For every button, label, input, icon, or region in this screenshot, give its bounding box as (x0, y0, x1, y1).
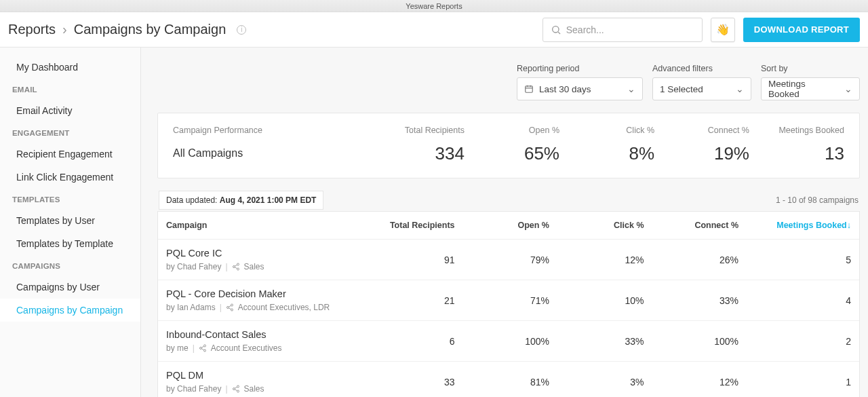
row-campaign-name: PQL - Core Decision Maker (166, 288, 364, 299)
svg-point-23 (237, 390, 239, 392)
sort-arrow-icon: ↓ (847, 221, 851, 230)
sidebar-item-campaigns-by-user[interactable]: Campaigns by User (0, 276, 140, 299)
svg-line-24 (235, 387, 237, 388)
row-team: Account Executives, LDR (238, 303, 330, 312)
row-connect: 12% (648, 377, 743, 387)
separator: | (193, 343, 195, 353)
table-header: Campaign Total Recipients Open % Click %… (158, 211, 859, 240)
table-row[interactable]: PQL - Core Decision Makerby Ian Adams|Ac… (158, 280, 859, 321)
filter-row: Reporting period Last 30 days ⌄ Advanced… (157, 64, 860, 100)
row-campaign-name: Inbound-Contact Sales (166, 329, 364, 340)
search-wrap (542, 18, 703, 42)
separator: | (220, 303, 222, 312)
share-icon (226, 303, 234, 311)
row-click: 12% (553, 254, 648, 265)
summary-label-total-recipients: Total Recipients (370, 126, 465, 135)
row-team: Sales (244, 262, 264, 271)
svg-line-1 (558, 32, 560, 34)
reporting-period-value: Last 30 days (539, 84, 591, 94)
svg-point-18 (203, 349, 205, 352)
svg-point-11 (231, 304, 233, 306)
sort-by-value: Meetings Booked (768, 79, 839, 99)
chevron-down-icon: ⌄ (844, 83, 852, 94)
col-click[interactable]: Click % (553, 221, 648, 230)
chevron-down-icon: ⌄ (736, 83, 744, 94)
row-meetings: 2 (743, 336, 851, 347)
table-row[interactable]: Inbound-Contact Salesby me|Account Execu… (158, 321, 859, 362)
row-open: 81% (459, 377, 554, 387)
row-campaign-name: PQL Core IC (166, 248, 364, 259)
row-total-recipients: 33 (364, 377, 459, 387)
search-input[interactable] (542, 18, 703, 42)
row-author: by me (166, 343, 189, 353)
col-open[interactable]: Open % (459, 221, 554, 230)
row-open: 71% (459, 295, 554, 306)
sidebar-item-templates-by-user[interactable]: Templates by User (0, 209, 140, 232)
summary-title: All Campaigns (173, 147, 370, 159)
sidebar-item-dashboard[interactable]: My Dashboard (0, 56, 140, 79)
summary-connect: 19% (654, 143, 749, 164)
row-open: 79% (459, 254, 554, 265)
filter-label-sort: Sort by (761, 64, 860, 73)
share-icon (232, 263, 240, 271)
calendar-icon (524, 84, 534, 94)
svg-rect-2 (526, 86, 533, 92)
row-team: Sales (244, 384, 264, 394)
svg-line-10 (235, 267, 237, 269)
advanced-filters-select[interactable]: 1 Selected ⌄ (652, 77, 751, 100)
campaigns-table: Campaign Total Recipients Open % Click %… (157, 211, 860, 397)
row-total-recipients: 91 (364, 254, 459, 265)
sort-by-select[interactable]: Meetings Booked ⌄ (761, 77, 860, 100)
svg-line-14 (229, 305, 231, 307)
wave-button[interactable]: 👋 (711, 18, 735, 42)
svg-line-15 (229, 308, 231, 309)
row-click: 10% (553, 295, 648, 306)
sidebar-item-email-activity[interactable]: Email Activity (0, 99, 140, 122)
data-updated-value: Aug 4, 2021 1:00 PM EDT (220, 195, 317, 205)
summary-card: Campaign Performance All Campaigns Total… (157, 113, 860, 178)
sidebar: My Dashboard EMAIL Email Activity ENGAGE… (0, 48, 141, 397)
info-icon[interactable]: i (237, 25, 246, 35)
row-total-recipients: 21 (364, 295, 459, 306)
row-meetings: 5 (743, 254, 851, 265)
download-report-button[interactable]: DOWNLOAD REPORT (743, 18, 860, 42)
sidebar-item-campaigns-by-campaign[interactable]: Campaigns by Campaign (0, 299, 140, 322)
svg-line-20 (201, 349, 203, 350)
svg-point-8 (237, 268, 239, 270)
table-row[interactable]: PQL DMby Chad Fahey|Sales3381%3%12%1 (158, 362, 859, 397)
col-total-recipients[interactable]: Total Recipients (364, 221, 459, 230)
sidebar-section-campaigns: CAMPAIGNS (0, 255, 140, 276)
row-click: 33% (553, 336, 648, 347)
sidebar-item-templates-by-template[interactable]: Templates by Template (0, 232, 140, 255)
row-campaign-name: PQL DM (166, 370, 364, 381)
svg-line-25 (235, 390, 237, 391)
pagination-count: 1 - 10 of 98 campaigns (776, 195, 859, 205)
summary-meetings: 13 (749, 143, 844, 164)
svg-point-21 (237, 385, 239, 387)
svg-line-9 (235, 265, 237, 266)
col-campaign[interactable]: Campaign (166, 221, 364, 230)
col-meetings-label: Meetings Booked (776, 221, 847, 230)
table-row[interactable]: PQL Core ICby Chad Fahey|Sales9179%12%26… (158, 240, 859, 280)
col-connect[interactable]: Connect % (648, 221, 743, 230)
col-meetings-booked[interactable]: Meetings Booked↓ (743, 221, 851, 230)
breadcrumb-current: Campaigns by Campaign (74, 22, 226, 37)
sidebar-section-templates: TEMPLATES (0, 189, 140, 209)
breadcrumb-root[interactable]: Reports (8, 22, 56, 37)
row-total-recipients: 6 (364, 336, 459, 347)
sidebar-item-recipient-engagement[interactable]: Recipient Engagement (0, 143, 140, 166)
sidebar-section-engagement: ENGAGEMENT (0, 122, 140, 143)
filter-label-period: Reporting period (517, 64, 643, 73)
advanced-filters-value: 1 Selected (660, 84, 703, 94)
summary-heading: Campaign Performance (173, 126, 370, 135)
row-author: by Chad Fahey (166, 262, 221, 271)
row-open: 100% (459, 336, 554, 347)
row-team: Account Executives (211, 343, 282, 353)
svg-point-12 (226, 307, 229, 309)
reporting-period-select[interactable]: Last 30 days ⌄ (517, 77, 643, 100)
sidebar-item-link-click-engagement[interactable]: Link Click Engagement (0, 166, 140, 189)
summary-click: 8% (559, 143, 654, 164)
svg-point-17 (199, 347, 201, 349)
filter-label-advanced: Advanced filters (652, 64, 751, 73)
row-connect: 26% (648, 254, 743, 265)
